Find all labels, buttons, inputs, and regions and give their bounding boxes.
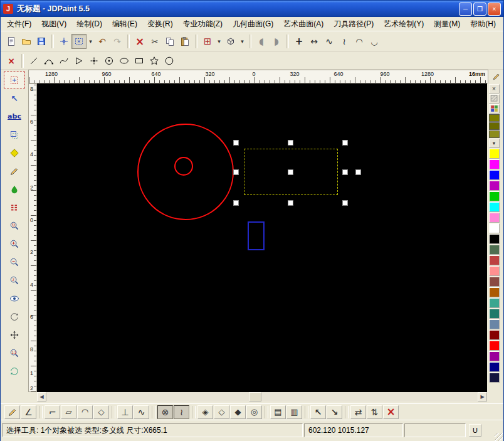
line-tool-button[interactable] — [26, 53, 41, 68]
minimize-button[interactable]: ─ — [459, 3, 472, 16]
snap-clear-button[interactable]: × — [383, 405, 399, 419]
polygon-tool-button[interactable] — [71, 53, 87, 68]
render-smooth-button[interactable]: ◖ — [254, 34, 269, 49]
menu-toolpath[interactable]: 刀具路径(P) — [328, 18, 379, 31]
node-edit-tool[interactable]: ↖ — [4, 90, 25, 107]
cancel-draw-button[interactable]: × — [4, 53, 19, 68]
scroll-track[interactable] — [46, 392, 478, 401]
new-button[interactable] — [4, 34, 19, 49]
selection-handle[interactable] — [355, 169, 361, 175]
menu-file[interactable]: 文件(F) — [2, 18, 36, 31]
arc-tool-button[interactable] — [41, 53, 56, 68]
menu-help[interactable]: 帮助(H) — [465, 18, 501, 31]
view-tool[interactable] — [4, 290, 25, 307]
curve-smooth-button[interactable]: ∿ — [322, 34, 337, 49]
align-plane-button[interactable]: ▤ — [270, 405, 286, 419]
palette-color-5[interactable] — [489, 191, 500, 201]
scroll-right-button[interactable]: ▶ — [478, 392, 487, 401]
snap-node-button[interactable]: ≀ — [174, 405, 189, 419]
view-3d-dropdown[interactable]: ▾ — [238, 34, 246, 49]
star-tool-button[interactable] — [147, 53, 162, 68]
snap-corner-button[interactable]: ⌐ — [45, 405, 60, 419]
node-add-button[interactable]: + — [291, 34, 307, 49]
menu-art-surface[interactable]: 艺术曲面(A) — [278, 18, 328, 31]
zoom-in-tool[interactable] — [4, 235, 25, 252]
selection-handle[interactable] — [288, 200, 293, 206]
redo-button[interactable]: ↷ — [110, 34, 125, 49]
palette-color-12[interactable] — [489, 266, 500, 276]
snap-center-button[interactable]: ◇ — [93, 405, 109, 419]
ruler-edit-pencil-icon[interactable] — [490, 70, 503, 83]
menu-transform[interactable]: 变换(R) — [142, 18, 178, 31]
palette-color-1[interactable] — [489, 149, 500, 159]
brush-tool[interactable] — [4, 181, 25, 198]
point-snap-button[interactable] — [56, 34, 71, 49]
selection-handle[interactable] — [233, 200, 239, 206]
ellipse-tool-button[interactable] — [117, 53, 132, 68]
status-u-button[interactable]: U — [469, 424, 481, 437]
color-well-1[interactable] — [489, 114, 500, 122]
menu-view[interactable]: 视图(V) — [36, 18, 71, 31]
snap-arc-button[interactable]: ◠ — [77, 405, 93, 419]
save-button[interactable] — [34, 34, 49, 49]
palette-color-11[interactable] — [489, 255, 500, 265]
snap-tangent-button[interactable]: ∿ — [134, 405, 149, 419]
view-3d-button[interactable] — [223, 34, 238, 49]
zoom-actual-tool[interactable]: 1:1 — [4, 344, 25, 361]
rotate-view-tool[interactable] — [4, 308, 25, 325]
arc-down-button[interactable]: ◡ — [367, 34, 382, 49]
redraw-tool[interactable] — [4, 363, 25, 380]
selection-handle[interactable] — [342, 169, 348, 175]
cut-button[interactable]: ✂ — [147, 34, 162, 49]
palette-color-20[interactable] — [489, 351, 500, 361]
draw-assist-pencil[interactable] — [4, 405, 20, 419]
palette-color-6[interactable] — [489, 202, 500, 212]
palette-color-9[interactable] — [489, 234, 500, 244]
select-tool[interactable] — [4, 72, 25, 88]
palette-color-7[interactable] — [489, 213, 500, 223]
palette-color-18[interactable] — [489, 330, 500, 340]
color-well-3[interactable] — [489, 130, 500, 138]
palette-color-8[interactable] — [489, 223, 500, 233]
point-tool-button[interactable] — [87, 53, 102, 68]
drawing-canvas[interactable] — [37, 83, 487, 392]
selection-handle[interactable] — [233, 140, 239, 146]
snap-intersection-button[interactable]: ◈ — [197, 405, 213, 419]
undo-button[interactable]: ↶ — [95, 34, 110, 49]
text-tool[interactable]: abc — [4, 108, 25, 125]
selection-handle[interactable] — [288, 169, 293, 175]
scroll-left-button[interactable]: ◀ — [37, 392, 46, 401]
palette-color-21[interactable] — [489, 362, 500, 372]
align-side-button[interactable]: ▥ — [286, 405, 302, 419]
palette-color-3[interactable] — [489, 170, 500, 180]
menu-draw[interactable]: 绘制(D) — [71, 18, 107, 31]
resize-grip[interactable] — [495, 433, 503, 441]
drawn-rectangle[interactable] — [248, 221, 265, 250]
palette-color-22[interactable] — [489, 373, 500, 383]
zoom-out-tool[interactable] — [4, 253, 25, 270]
array-dropdown[interactable]: ▾ — [215, 34, 223, 49]
angle-constraint-button[interactable]: ∠ — [21, 405, 36, 419]
palette-dropdown-button[interactable]: ▼ — [489, 139, 500, 148]
palette-color-4[interactable] — [489, 181, 500, 191]
snap-midpoint-button[interactable]: ◇ — [214, 405, 229, 419]
palette-close-button[interactable]: × — [489, 84, 500, 93]
paste-button[interactable] — [177, 34, 192, 49]
snap-perpendicular-button[interactable]: ⊥ — [117, 405, 133, 419]
selection-handle[interactable] — [342, 200, 348, 206]
restore-button[interactable]: ❐ — [473, 3, 486, 16]
drawn-circle-inner[interactable] — [174, 157, 193, 176]
palette-color-14[interactable] — [489, 287, 500, 297]
arc-up-button[interactable]: ◠ — [352, 34, 367, 49]
menu-edit[interactable]: 编辑(E) — [107, 18, 142, 31]
selection-handle[interactable] — [288, 140, 293, 146]
pen-tool[interactable] — [4, 162, 25, 179]
close-button[interactable]: × — [488, 3, 501, 16]
palette-color-16[interactable] — [489, 309, 500, 319]
copy-button[interactable] — [162, 34, 177, 49]
menu-pro-functions[interactable]: 专业功能(Z) — [178, 18, 228, 31]
circle-tool-button[interactable] — [162, 53, 177, 68]
selection-handle[interactable] — [342, 140, 348, 146]
snap-nearest-button[interactable]: ⊗ — [157, 405, 173, 419]
array-button[interactable]: ⊞ — [200, 34, 215, 49]
